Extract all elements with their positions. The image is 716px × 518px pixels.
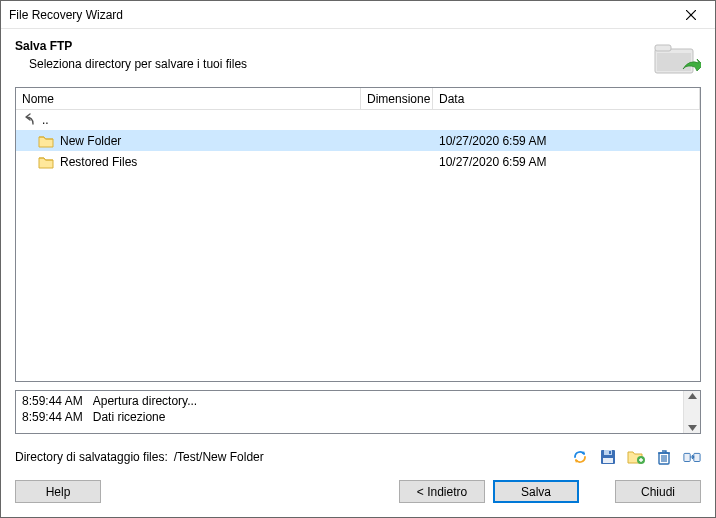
wizard-window: File Recovery Wizard Salva FTP Seleziona… [0, 0, 716, 518]
svg-rect-12 [694, 453, 700, 461]
header-title: Salva FTP [15, 39, 653, 53]
log-line: 8:59:44 AM Apertura directory... [22, 393, 677, 409]
column-date[interactable]: Data [433, 88, 700, 109]
save-dir-label: Directory di salvataggio files: [15, 450, 168, 464]
item-size [361, 130, 433, 151]
svg-rect-3 [655, 45, 671, 51]
transfer-button[interactable] [683, 448, 701, 466]
log-time: 8:59:44 AM [22, 409, 83, 425]
save-button-icon[interactable] [599, 448, 617, 466]
log-line: 8:59:44 AM Dati ricezione [22, 409, 677, 425]
svg-rect-7 [603, 458, 613, 463]
item-size [361, 151, 433, 172]
log-scrollbar[interactable] [683, 391, 700, 433]
toolbar [571, 448, 701, 466]
scroll-down-icon [688, 425, 697, 431]
titlebar: File Recovery Wizard [1, 1, 715, 29]
list-body[interactable]: .. New Folder 10/27/2020 6:59 AM [16, 110, 700, 381]
log-time: 8:59:44 AM [22, 393, 83, 409]
column-name[interactable]: Nome [16, 88, 361, 109]
log-msg: Dati ricezione [93, 409, 166, 425]
save-directory-row: Directory di salvataggio files: /Test/Ne… [1, 440, 715, 466]
back-button[interactable]: < Indietro [399, 480, 485, 503]
list-header: Nome Dimensione Data [16, 88, 700, 110]
trash-icon [656, 449, 672, 465]
new-folder-icon [627, 449, 645, 465]
content-area: Nome Dimensione Data .. [1, 87, 715, 440]
item-date: 10/27/2020 6:59 AM [433, 130, 700, 151]
button-row: Help < Indietro Salva Chiudi [1, 466, 715, 517]
file-list: Nome Dimensione Data .. [15, 87, 701, 382]
up-directory[interactable]: .. [16, 110, 700, 130]
refresh-button[interactable] [571, 448, 589, 466]
log-msg: Apertura directory... [93, 393, 197, 409]
log-panel: 8:59:44 AM Apertura directory... 8:59:44… [15, 390, 701, 434]
svg-rect-11 [684, 453, 690, 461]
svg-rect-4 [657, 53, 691, 71]
ftp-folder-icon [653, 39, 701, 79]
close-window-button[interactable]: Chiudi [615, 480, 701, 503]
column-size[interactable]: Dimensione [361, 88, 433, 109]
svg-rect-8 [609, 451, 611, 454]
delete-button[interactable] [655, 448, 673, 466]
save-dir-path: /Test/New Folder [174, 450, 264, 464]
new-folder-button[interactable] [627, 448, 645, 466]
header-subtitle: Seleziona directory per salvare i tuoi f… [15, 57, 653, 71]
wizard-header: Salva FTP Seleziona directory per salvar… [1, 29, 715, 87]
up-arrow-icon [22, 113, 38, 127]
refresh-icon [572, 449, 588, 465]
log-body: 8:59:44 AM Apertura directory... 8:59:44… [16, 391, 683, 433]
help-button[interactable]: Help [15, 480, 101, 503]
item-name: New Folder [60, 134, 121, 148]
item-name: Restored Files [60, 155, 137, 169]
list-item[interactable]: Restored Files 10/27/2020 6:59 AM [16, 151, 700, 172]
folder-icon [38, 155, 54, 169]
item-date: 10/27/2020 6:59 AM [433, 151, 700, 172]
save-button[interactable]: Salva [493, 480, 579, 503]
up-label: .. [42, 113, 49, 127]
window-title: File Recovery Wizard [9, 8, 671, 22]
transfer-icon [683, 449, 701, 465]
folder-icon [38, 134, 54, 148]
close-icon [686, 10, 696, 20]
floppy-icon [600, 449, 616, 465]
scroll-up-icon [688, 393, 697, 399]
close-button[interactable] [671, 3, 711, 27]
list-item[interactable]: New Folder 10/27/2020 6:59 AM [16, 130, 700, 151]
